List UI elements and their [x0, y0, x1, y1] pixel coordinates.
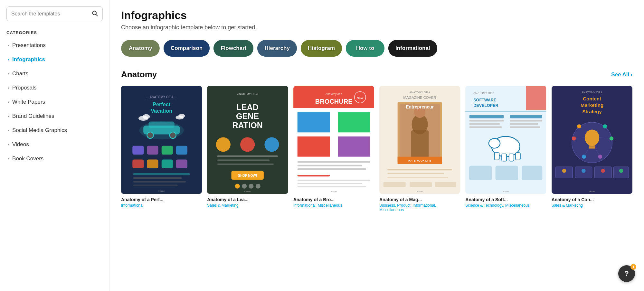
sidebar-item-presentations[interactable]: › Presentations	[6, 38, 103, 52]
sidebar-item-label: Charts	[12, 70, 28, 77]
filter-pill-comparison[interactable]: Comparison	[164, 40, 210, 57]
svg-rect-91	[469, 123, 500, 125]
pill-label: Informational	[395, 45, 430, 52]
chevron-right-icon: ›	[8, 142, 9, 147]
sidebar-item-infographics[interactable]: › Infographics	[6, 52, 103, 67]
filter-pill-informational[interactable]: Informational	[388, 40, 437, 57]
svg-point-9	[147, 132, 153, 138]
template-tags: Informational	[121, 203, 202, 208]
svg-line-1	[96, 14, 98, 16]
svg-text:Marketing: Marketing	[581, 102, 603, 108]
svg-rect-25	[133, 181, 186, 183]
svg-point-35	[265, 137, 279, 152]
sidebar-item-label: Social Media Graphics	[12, 127, 67, 134]
svg-rect-88	[469, 115, 504, 118]
help-button[interactable]: ? 1	[618, 265, 635, 282]
sidebar-item-proposals[interactable]: › Proposals	[6, 81, 103, 95]
template-thumb: ANATOMY OF A SOFTWARE DEVELOPER	[465, 86, 546, 194]
template-card-magazine[interactable]: ANATOMY OF A MAGAZINE COVER Entrepreneur…	[379, 86, 460, 212]
sidebar-item-videos[interactable]: › Videos	[6, 137, 103, 152]
template-thumb: Anatomy of a BROCHURE NEW	[293, 86, 374, 194]
chevron-right-icon: ›	[8, 156, 9, 161]
svg-point-129	[562, 169, 566, 173]
template-name: Anatomy of a Lea...	[207, 197, 288, 202]
filter-pill-flowchart[interactable]: Flowchart	[213, 40, 253, 57]
svg-rect-22	[176, 159, 187, 168]
svg-rect-93	[510, 120, 542, 121]
svg-rect-77	[387, 177, 448, 178]
template-card-lead-gen[interactable]: ANATOMY OF A LEAD GENE RATION SHOP NOW!	[207, 86, 288, 212]
sidebar-item-label: Infographics	[12, 56, 45, 63]
svg-text:LEAD: LEAD	[237, 103, 259, 112]
svg-rect-36	[217, 155, 278, 157]
template-card-soft-dev[interactable]: ANATOMY OF A SOFTWARE DEVELOPER	[465, 86, 546, 212]
see-all-link[interactable]: See All ›	[611, 71, 632, 78]
svg-point-41	[235, 184, 240, 189]
search-box[interactable]	[6, 6, 103, 21]
help-label: ?	[624, 269, 629, 278]
help-badge: 1	[630, 264, 636, 270]
svg-text:visme: visme	[244, 190, 251, 193]
svg-rect-18	[176, 146, 187, 155]
svg-text:... ANATOMY OF A ...: ... ANATOMY OF A ...	[146, 95, 177, 99]
page-subtitle: Choose an infographic template below to …	[121, 24, 632, 31]
template-card-content-mkt[interactable]: ANATOMY OF A Content Marketing Strategy	[552, 86, 632, 212]
svg-rect-75	[387, 169, 452, 170]
svg-text:MAGAZINE COVER: MAGAZINE COVER	[403, 96, 436, 99]
pill-label: Flowchart	[221, 45, 246, 52]
filter-pill-hierarchy[interactable]: Hierarchy	[257, 40, 297, 57]
search-icon	[91, 10, 98, 18]
svg-rect-76	[387, 173, 444, 174]
svg-rect-104	[522, 166, 542, 180]
svg-rect-19	[132, 159, 144, 168]
svg-rect-54	[297, 136, 329, 157]
svg-rect-92	[469, 127, 502, 128]
filter-pill-how-to[interactable]: How to	[346, 40, 384, 57]
svg-rect-89	[510, 115, 542, 118]
svg-rect-98	[495, 153, 499, 160]
sidebar-item-charts[interactable]: › Charts	[6, 67, 103, 81]
svg-text:Strategy: Strategy	[582, 109, 602, 114]
main-content: Infographics Choose an infographic templ…	[109, 0, 644, 291]
template-name: Anatomy of a Bro...	[293, 197, 374, 202]
svg-text:SHOP NOW!: SHOP NOW!	[238, 174, 257, 177]
sidebar-item-social-media[interactable]: › Social Media Graphics	[6, 123, 103, 137]
svg-rect-21	[162, 159, 173, 168]
template-card-brochure[interactable]: Anatomy of a BROCHURE NEW	[293, 86, 374, 212]
svg-rect-80	[435, 182, 456, 187]
svg-text:visme: visme	[417, 190, 423, 193]
svg-point-43	[249, 184, 254, 189]
svg-rect-100	[509, 154, 514, 161]
svg-point-119	[577, 124, 581, 128]
template-name: Anatomy of a Soft...	[465, 197, 546, 202]
chevron-right-icon: ›	[8, 114, 9, 118]
see-all-label: See All	[611, 71, 629, 78]
svg-rect-79	[410, 182, 432, 187]
svg-text:SOFTWARE: SOFTWARE	[474, 98, 497, 102]
filter-pill-histogram[interactable]: Histogram	[301, 40, 342, 57]
sidebar-item-white-papers[interactable]: › White Papers	[6, 95, 103, 109]
svg-text:visme: visme	[589, 190, 595, 193]
svg-point-132	[619, 169, 623, 173]
template-tags: Sales & Marketing	[552, 203, 632, 208]
chevron-right-icon: ›	[8, 128, 9, 133]
svg-rect-71	[411, 130, 429, 159]
sidebar-item-label: Book Covers	[12, 155, 43, 162]
template-card-perf-vac[interactable]: ... ANATOMY OF A ... Perfect Vacation	[121, 86, 202, 212]
sidebar-item-brand-guidelines[interactable]: › Brand Guidelines	[6, 109, 103, 123]
svg-rect-60	[297, 180, 370, 181]
svg-rect-95	[510, 127, 540, 128]
svg-point-120	[603, 124, 607, 128]
svg-rect-55	[338, 136, 370, 157]
svg-text:NEW: NEW	[357, 96, 364, 99]
sidebar: CATEGORIES › Presentations › Infographic…	[0, 0, 109, 291]
svg-text:Vacation: Vacation	[151, 108, 172, 114]
svg-point-34	[240, 137, 255, 152]
svg-rect-52	[297, 112, 329, 133]
svg-rect-102	[469, 166, 492, 180]
svg-text:visme: visme	[331, 190, 337, 193]
search-input[interactable]	[11, 11, 88, 17]
filter-pill-anatomy[interactable]: Anatomy	[121, 40, 160, 57]
sidebar-item-book-covers[interactable]: › Book Covers	[6, 152, 103, 166]
svg-rect-90	[469, 120, 504, 121]
